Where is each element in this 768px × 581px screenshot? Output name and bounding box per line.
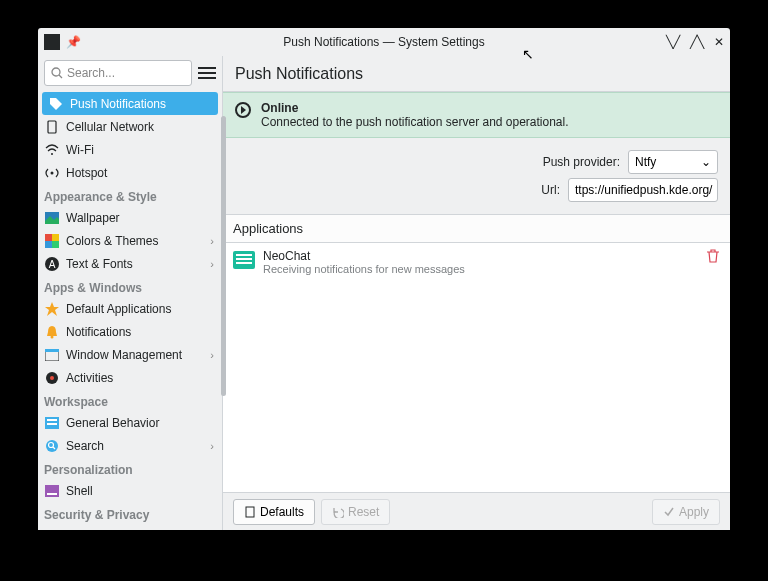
sidebar-item-hotspot[interactable]: Hotspot	[38, 161, 222, 184]
application-row[interactable]: NeoChat Receiving notifications for new …	[223, 243, 730, 281]
app-icon	[44, 34, 60, 50]
neochat-icon	[233, 251, 255, 269]
wallpaper-icon	[44, 210, 60, 226]
sidebar-item-push-notifications[interactable]: Push Notifications	[42, 92, 218, 115]
svg-rect-19	[47, 423, 57, 425]
sliders-icon	[44, 415, 60, 431]
sidebar-item-text-fonts[interactable]: A Text & Fonts ›	[38, 252, 222, 275]
page-title: Push Notifications	[223, 56, 730, 92]
nav-list: Push Notifications Cellular Network Wi-F…	[38, 90, 222, 530]
delete-icon[interactable]	[706, 249, 720, 263]
activities-icon	[44, 370, 60, 386]
chevron-right-icon: ›	[210, 235, 214, 247]
shell-icon	[44, 483, 60, 499]
maximize-icon[interactable]: ╱╲	[690, 35, 704, 49]
sidebar-item-default-applications[interactable]: Default Applications	[38, 297, 222, 320]
star-icon	[44, 301, 60, 317]
sidebar-item-shell[interactable]: Shell	[38, 479, 222, 502]
sidebar-item-wallpaper[interactable]: Wallpaper	[38, 206, 222, 229]
chevron-right-icon: ›	[210, 258, 214, 270]
check-icon	[663, 506, 675, 518]
applications-heading: Applications	[223, 215, 730, 243]
svg-point-12	[51, 335, 54, 338]
document-icon	[244, 506, 256, 518]
menu-icon[interactable]	[198, 64, 216, 82]
svg-rect-18	[47, 419, 57, 421]
sidebar-item-label: Colors & Themes	[66, 234, 158, 248]
hotspot-icon	[44, 165, 60, 181]
wifi-icon	[44, 142, 60, 158]
sidebar-item-notifications[interactable]: Notifications	[38, 320, 222, 343]
chevron-down-icon: ⌄	[701, 155, 711, 169]
search-input[interactable]: Search...	[44, 60, 192, 86]
sidebar-header-apps-windows: Apps & Windows	[38, 275, 222, 297]
bell-icon	[44, 324, 60, 340]
minimize-icon[interactable]: ╲╱	[666, 35, 680, 49]
sidebar-item-label: Search	[66, 439, 104, 453]
sidebar-item-label: Wallpaper	[66, 211, 120, 225]
sidebar-header-appearance: Appearance & Style	[38, 184, 222, 206]
application-desc: Receiving notifications for new messages	[263, 263, 465, 275]
sidebar-item-colors-themes[interactable]: Colors & Themes ›	[38, 229, 222, 252]
svg-point-20	[46, 440, 58, 452]
sidebar-header-personalization: Personalization	[38, 457, 222, 479]
sidebar-item-general-behavior[interactable]: General Behavior	[38, 411, 222, 434]
status-subtext: Connected to the push notification serve…	[261, 115, 569, 129]
chevron-right-icon: ›	[210, 440, 214, 452]
sidebar-item-label: Text & Fonts	[66, 257, 133, 271]
svg-rect-23	[45, 485, 59, 497]
application-name: NeoChat	[263, 249, 465, 263]
palette-icon	[44, 233, 60, 249]
settings-window: 📌 Push Notifications — System Settings ╲…	[38, 28, 730, 530]
defaults-label: Defaults	[260, 505, 304, 519]
svg-rect-8	[45, 241, 52, 248]
defaults-button[interactable]: Defaults	[233, 499, 315, 525]
status-banner: Online Connected to the push notificatio…	[223, 92, 730, 138]
sidebar-item-search[interactable]: Search ›	[38, 434, 222, 457]
apply-label: Apply	[679, 505, 709, 519]
svg-rect-2	[48, 121, 56, 133]
svg-text:A: A	[49, 259, 56, 270]
main-panel: Push Notifications Online Connected to t…	[223, 56, 730, 530]
provider-select[interactable]: Ntfy ⌄	[628, 150, 718, 174]
svg-point-4	[51, 171, 54, 174]
close-icon[interactable]: ✕	[714, 35, 724, 49]
provider-label: Push provider:	[543, 155, 620, 169]
sidebar-item-window-management[interactable]: Window Management ›	[38, 343, 222, 366]
url-value: ttps://unifiedpush.kde.org/	[575, 183, 712, 197]
sidebar-item-cellular-network[interactable]: Cellular Network	[38, 115, 222, 138]
pin-icon[interactable]: 📌	[66, 35, 81, 49]
reset-button[interactable]: Reset	[321, 499, 390, 525]
svg-point-16	[50, 376, 54, 380]
status-online-icon	[235, 102, 251, 118]
apply-button[interactable]: Apply	[652, 499, 720, 525]
svg-rect-7	[52, 234, 59, 241]
sidebar-item-label: Hotspot	[66, 166, 107, 180]
sidebar-item-activities[interactable]: Activities	[38, 366, 222, 389]
sidebar-item-label: Window Management	[66, 348, 182, 362]
search-circle-icon	[44, 438, 60, 454]
sidebar-item-label: General Behavior	[66, 416, 159, 430]
chevron-right-icon: ›	[210, 349, 214, 361]
phone-icon	[44, 119, 60, 135]
status-heading: Online	[261, 101, 569, 115]
search-icon	[51, 67, 63, 79]
svg-line-1	[59, 75, 62, 78]
applications-list: NeoChat Receiving notifications for new …	[223, 243, 730, 492]
window-icon	[44, 347, 60, 363]
svg-rect-6	[45, 234, 52, 241]
url-label: Url:	[541, 183, 560, 197]
sidebar-item-label: Activities	[66, 371, 113, 385]
svg-rect-25	[246, 507, 254, 517]
sidebar-item-wifi[interactable]: Wi-Fi	[38, 138, 222, 161]
sidebar-scrollbar[interactable]	[221, 116, 226, 396]
svg-rect-24	[47, 493, 57, 495]
svg-rect-14	[45, 349, 59, 352]
url-input[interactable]: ttps://unifiedpush.kde.org/	[568, 178, 718, 202]
tag-icon	[48, 96, 64, 112]
provider-value: Ntfy	[635, 155, 656, 169]
sidebar: Search... Push Notifications Cellular Ne…	[38, 56, 223, 530]
window-title: Push Notifications — System Settings	[283, 35, 484, 49]
sidebar-item-label: Wi-Fi	[66, 143, 94, 157]
svg-rect-9	[52, 241, 59, 248]
